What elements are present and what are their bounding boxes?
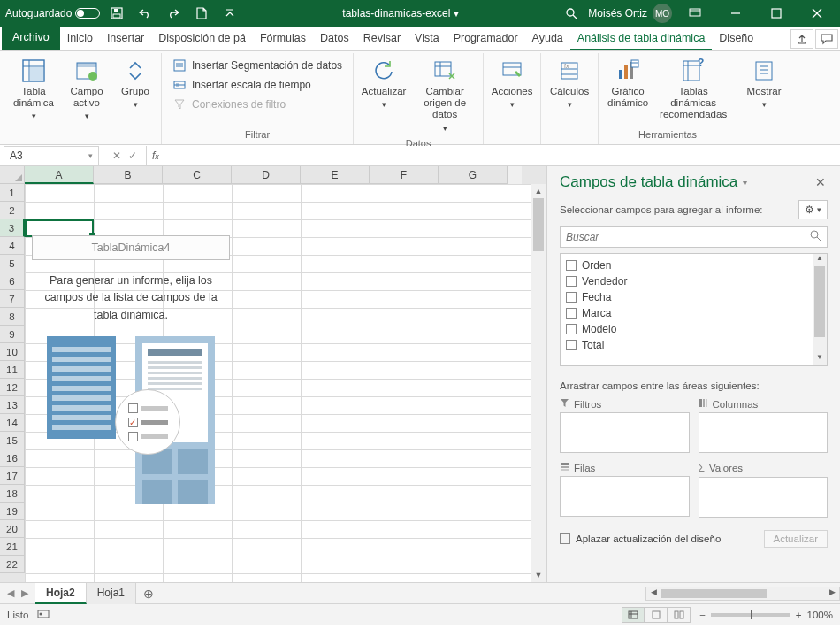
tab-programador[interactable]: Programador — [447, 27, 525, 50]
tab-an-lisis-de-tabla-din-mica[interactable]: Análisis de tabla dinámica — [570, 27, 713, 50]
field-search[interactable] — [560, 226, 828, 248]
field-item[interactable]: Modelo — [562, 321, 825, 337]
field-search-input[interactable] — [566, 231, 810, 243]
row-header[interactable]: 17 — [0, 467, 25, 485]
vertical-scrollbar[interactable]: ▲▼ — [531, 184, 546, 582]
row-header[interactable]: 12 — [0, 379, 25, 396]
field-checkbox[interactable] — [566, 308, 577, 318]
field-checkbox[interactable] — [566, 340, 577, 350]
field-checkbox[interactable] — [566, 260, 577, 271]
row-header[interactable]: 13 — [0, 396, 25, 414]
search-icon[interactable] — [560, 2, 583, 25]
tab-file[interactable]: Archivo — [2, 26, 60, 50]
row-header[interactable]: 3 — [0, 219, 25, 237]
insert-timeline-button[interactable]: Insertar escala de tiempo — [169, 76, 346, 94]
show-button[interactable]: Mostrar▾ — [741, 55, 787, 127]
tab-dise-o[interactable]: Diseño — [712, 27, 760, 50]
pivot-table-button[interactable]: Tabla dinámica▾ — [7, 55, 60, 127]
row-header[interactable]: 11 — [0, 361, 25, 379]
maximize-button[interactable] — [759, 0, 794, 27]
row-header[interactable]: 20 — [0, 520, 25, 538]
row-header[interactable]: 6 — [0, 272, 25, 290]
tab-revisar[interactable]: Revisar — [356, 27, 408, 50]
close-button[interactable] — [799, 0, 835, 27]
row-header[interactable]: 8 — [0, 308, 25, 326]
row-header[interactable]: 4 — [0, 237, 25, 255]
zoom-level[interactable]: 100% — [807, 610, 833, 620]
undo-icon[interactable] — [134, 2, 157, 25]
view-normal-icon[interactable] — [622, 607, 645, 623]
field-list[interactable]: OrdenVendedorFechaMarcaModeloTotal ▲▼ — [560, 253, 828, 366]
column-header[interactable]: C — [163, 166, 232, 184]
column-header[interactable]: F — [370, 166, 439, 184]
group-button[interactable]: Grupo▾ — [113, 55, 157, 127]
autosave-toggle[interactable] — [75, 8, 100, 19]
horizontal-scrollbar[interactable]: ◀▶ — [645, 587, 840, 601]
zoom-slider[interactable] — [711, 613, 790, 617]
row-header[interactable]: 10 — [0, 343, 25, 361]
row-header[interactable]: 7 — [0, 290, 25, 308]
row-header[interactable]: 21 — [0, 538, 25, 556]
tab-disposici-n-de-p[interactable]: Disposición de pá — [151, 27, 253, 50]
column-header[interactable]: E — [301, 166, 370, 184]
row-header[interactable]: 16 — [0, 449, 25, 467]
user-avatar[interactable]: MO — [653, 4, 672, 23]
field-checkbox[interactable] — [566, 292, 577, 303]
formula-input[interactable] — [164, 146, 840, 165]
field-pane-close-icon[interactable]: ✕ — [813, 175, 828, 189]
area-columns-dropzone[interactable] — [699, 412, 829, 453]
column-header[interactable]: A — [25, 166, 94, 184]
active-field-button[interactable]: Campo activo▾ — [60, 55, 113, 127]
pivot-chart-button[interactable]: Gráfico dinámico — [602, 55, 653, 127]
accept-formula-icon[interactable]: ✓ — [128, 150, 137, 162]
title-dropdown-icon[interactable]: ▾ — [454, 7, 459, 19]
minimize-button[interactable] — [718, 0, 753, 27]
sheet-nav-prev-icon[interactable]: ◀ — [7, 587, 14, 599]
row-header[interactable]: 2 — [0, 202, 25, 219]
area-values-dropzone[interactable] — [699, 477, 829, 518]
insert-slicer-button[interactable]: Insertar Segmentación de datos — [169, 57, 346, 74]
area-filters-dropzone[interactable] — [560, 412, 690, 453]
field-item[interactable]: Fecha — [562, 289, 825, 305]
area-rows-dropzone[interactable] — [560, 476, 690, 517]
qat-customize-icon[interactable] — [218, 2, 241, 25]
fx-icon[interactable]: fx — [147, 150, 164, 162]
share-icon[interactable] — [790, 29, 813, 49]
defer-update-checkbox[interactable]: Aplazar actualización del diseño — [560, 533, 721, 544]
field-item[interactable]: Total — [562, 337, 825, 353]
sheet-tab[interactable]: Hoja2 — [35, 583, 87, 604]
refresh-button[interactable]: Actualizar▾ — [357, 55, 410, 136]
new-file-icon[interactable] — [190, 2, 213, 25]
macro-record-icon[interactable] — [37, 609, 50, 621]
field-item[interactable]: Marca — [562, 305, 825, 321]
tab-inicio[interactable]: Inicio — [60, 27, 100, 50]
tab-ayuda[interactable]: Ayuda — [525, 27, 570, 50]
save-icon[interactable] — [105, 2, 128, 25]
column-header[interactable]: D — [232, 166, 301, 184]
tab-vista[interactable]: Vista — [408, 27, 447, 50]
row-header[interactable]: 1 — [0, 184, 25, 202]
recommended-pivot-button[interactable]: ? Tablas dinámicas recomendadas — [653, 55, 733, 127]
row-header[interactable]: 9 — [0, 326, 25, 343]
row-header[interactable]: 19 — [0, 503, 25, 520]
zoom-out-button[interactable]: − — [699, 610, 706, 620]
row-header[interactable]: 15 — [0, 432, 25, 449]
ribbon-display-icon[interactable] — [677, 0, 713, 27]
field-pane-dropdown-icon[interactable]: ▾ — [743, 178, 747, 188]
name-box[interactable]: A3▾ — [4, 146, 99, 165]
row-header[interactable]: 5 — [0, 255, 25, 272]
row-header[interactable]: 14 — [0, 414, 25, 432]
field-item[interactable]: Vendedor — [562, 273, 825, 289]
column-header[interactable]: B — [94, 166, 163, 184]
sheet-nav-next-icon[interactable]: ▶ — [21, 587, 28, 599]
change-source-button[interactable]: Cambiar origen de datos▾ — [410, 55, 479, 136]
sheet-tab[interactable]: Hoja1 — [87, 583, 136, 604]
add-sheet-button[interactable]: ⊕ — [136, 583, 161, 604]
redo-icon[interactable] — [162, 2, 185, 25]
comments-icon[interactable] — [815, 29, 838, 49]
calculations-button[interactable]: fx Cálculos▾ — [545, 55, 594, 127]
field-checkbox[interactable] — [566, 324, 577, 334]
select-all-corner[interactable] — [0, 166, 25, 184]
view-page-break-icon[interactable] — [668, 607, 691, 623]
field-item[interactable]: Orden — [562, 257, 825, 273]
